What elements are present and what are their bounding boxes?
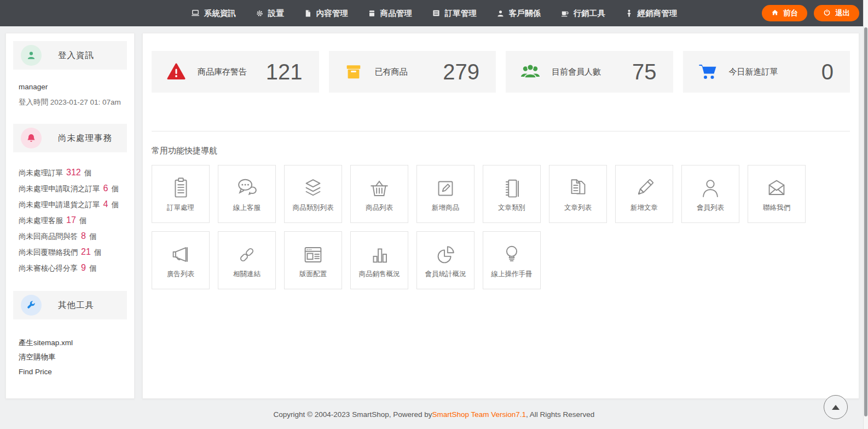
clipboard-icon — [167, 175, 194, 202]
other-tools-title: 其他工具 — [58, 300, 94, 311]
tile-ad-list[interactable]: 廣告列表 — [152, 231, 210, 289]
pending-item-count: 6 — [103, 184, 108, 193]
tile-layout-config[interactable]: 版面配置 — [284, 231, 342, 289]
stat-label: 今日新進訂單 — [729, 67, 778, 77]
top-navbar: 系統資訊 設置 內容管理 商品管理 訂單管理 客戶關係 行銷工具 經銷商管理 前… — [0, 0, 868, 26]
tile-article-category[interactable]: 文章類別 — [483, 165, 541, 223]
pending-item-cancel-requests[interactable]: 尚未處理申請取消之訂單 6 個 — [19, 184, 121, 199]
members-icon — [520, 62, 541, 82]
quicknav-grid: 訂單處理 線上客服 商品類別列表 商品列表 新增商品 — [152, 165, 806, 289]
login-time: 登入時間 2023-01-27 01: 07am — [19, 98, 121, 107]
tile-product-category-list[interactable]: 商品類別列表 — [284, 165, 342, 223]
pending-item-label: 尚未處理訂單 — [19, 168, 63, 178]
tile-article-list[interactable]: 文章列表 — [549, 165, 607, 223]
nav-item-content-management[interactable]: 內容管理 — [304, 8, 348, 19]
pending-item-return-requests[interactable]: 尚未處理申請退貨之訂單 4 個 — [19, 199, 121, 215]
stat-card-stock-warning: 商品庫存警告 121 — [152, 51, 319, 93]
logout-button-label: 退出 — [835, 8, 850, 18]
pending-item-count: 4 — [103, 199, 108, 209]
frontend-button[interactable]: 前台 — [762, 5, 807, 21]
pending-item-contact-us-replies[interactable]: 尚未回覆聯絡我們 21 個 — [19, 247, 121, 263]
pending-item-unit: 個 — [94, 248, 102, 258]
customer-icon — [496, 9, 505, 18]
pending-item-label: 尚未審核心得分享 — [19, 264, 78, 273]
tile-label: 商品類別列表 — [293, 203, 334, 213]
pending-item-unprocessed-orders[interactable]: 尚未處理訂單 312 個 — [19, 168, 121, 184]
navbar-actions: 前台 退出 — [762, 5, 859, 21]
tile-add-product[interactable]: 新增商品 — [416, 165, 474, 223]
pending-item-customer-service[interactable]: 尚未處理客服 17 個 — [19, 215, 121, 231]
tool-generate-sitemap[interactable]: 產生sitemap.xml — [19, 336, 121, 350]
tool-find-price[interactable]: Find Price — [19, 364, 121, 379]
tile-label: 線上客服 — [233, 203, 261, 213]
stat-card-member-count: 目前會員人數 75 — [506, 51, 673, 93]
pending-item-unit: 個 — [111, 200, 119, 210]
nav-item-system-info[interactable]: 系統資訊 — [191, 8, 236, 19]
login-info-header: 登入資訊 — [13, 41, 127, 70]
lightbulb-icon — [499, 242, 525, 268]
pending-item-label: 尚未回商品問與答 — [19, 232, 78, 242]
tile-label: 商品銷售概況 — [359, 270, 400, 279]
pending-item-review-approvals[interactable]: 尚未審核心得分享 9 個 — [19, 263, 121, 279]
nav-item-label: 經銷商管理 — [638, 8, 678, 19]
tile-product-list[interactable]: 商品列表 — [350, 165, 408, 223]
tile-add-article[interactable]: 新增文章 — [615, 165, 673, 223]
tile-product-sales-overview[interactable]: 商品銷售概況 — [350, 231, 408, 289]
gear-icon — [256, 9, 264, 18]
tool-clear-cart[interactable]: 清空購物車 — [19, 350, 121, 364]
copyright-text: Copyright © 2004-2023 SmartShop, Powered… — [274, 410, 432, 419]
nav-item-label: 設置 — [268, 8, 284, 19]
tile-order-processing[interactable]: 訂單處理 — [152, 165, 210, 223]
nav-item-settings[interactable]: 設置 — [256, 8, 284, 19]
scrollbar-thumb[interactable] — [864, 27, 867, 416]
stat-value: 0 — [821, 60, 834, 84]
tile-label: 商品列表 — [366, 203, 393, 213]
login-info-title: 登入資訊 — [58, 50, 94, 61]
nav-item-label: 行銷工具 — [574, 8, 605, 19]
tile-label: 版面配置 — [299, 270, 327, 279]
pending-item-label: 尚未處理申請取消之訂單 — [19, 184, 100, 194]
tile-online-manual[interactable]: 線上操作手冊 — [483, 231, 541, 289]
nav-item-dealer-management[interactable]: 經銷商管理 — [625, 8, 678, 19]
product-box-icon — [368, 9, 376, 18]
pending-item-product-qa[interactable]: 尚未回商品問與答 8 個 — [19, 231, 121, 247]
home-icon — [771, 9, 779, 18]
layout-icon — [300, 242, 326, 268]
nav-item-order-management[interactable]: 訂單管理 — [432, 8, 477, 19]
tile-related-links[interactable]: 相關連結 — [218, 231, 276, 289]
tile-label: 會員列表 — [697, 203, 724, 213]
nav-item-label: 客戶關係 — [509, 8, 541, 19]
nav-item-label: 內容管理 — [316, 8, 348, 19]
product-box-icon — [343, 62, 364, 82]
pencil-icon — [631, 175, 657, 202]
copyright-suffix: , All Rights Reserved — [526, 410, 594, 419]
other-tools-header: 其他工具 — [13, 291, 127, 319]
nav-item-product-management[interactable]: 商品管理 — [368, 8, 412, 19]
tile-label: 廣告列表 — [167, 270, 194, 279]
nav-item-marketing-tools[interactable]: 行銷工具 — [560, 8, 605, 19]
nav-item-customer-relations[interactable]: 客戶關係 — [496, 8, 541, 19]
tile-member-list[interactable]: 會員列表 — [681, 165, 739, 223]
link-icon — [234, 242, 260, 268]
documents-icon — [565, 175, 591, 202]
other-tools-list: 產生sitemap.xml 清空購物車 Find Price — [13, 333, 127, 379]
pending-item-label: 尚未處理申請退貨之訂單 — [19, 200, 100, 210]
tile-contact-us[interactable]: 聯絡我們 — [748, 165, 806, 223]
pie-chart-icon — [432, 242, 459, 268]
pending-tasks-header: 尚未處理事務 — [13, 124, 127, 152]
logout-button[interactable]: 退出 — [814, 5, 859, 21]
stat-label: 已有商品 — [375, 67, 408, 77]
pending-item-count: 8 — [81, 231, 86, 241]
basket-icon — [366, 175, 392, 202]
back-to-top-button[interactable] — [824, 395, 848, 419]
tile-label: 新增商品 — [432, 203, 459, 213]
section-divider — [152, 131, 850, 131]
computer-icon — [191, 9, 200, 18]
smartshop-team-link[interactable]: SmartShop Team Version7.1 — [432, 410, 526, 419]
pencil-square-icon — [432, 175, 459, 202]
pending-item-unit: 個 — [89, 232, 97, 242]
bell-icon — [21, 128, 42, 148]
tile-member-stats-overview[interactable]: 會員統計概況 — [416, 231, 474, 289]
vertical-scrollbar — [863, 0, 868, 429]
tile-online-support[interactable]: 線上客服 — [218, 165, 276, 223]
